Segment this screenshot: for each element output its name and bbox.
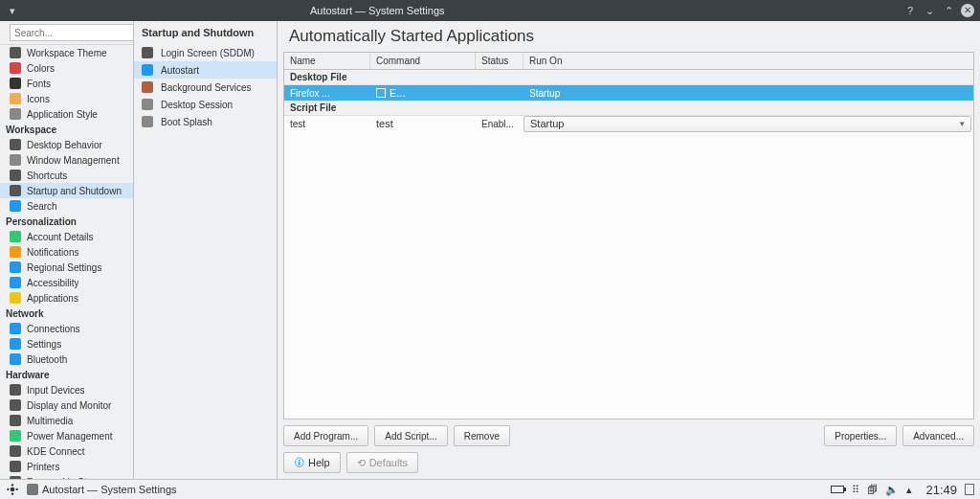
sidebar-item-label: KDE Connect — [27, 446, 85, 457]
sidebar-item[interactable]: Regional Settings — [0, 260, 133, 275]
sidebar-item[interactable]: Search — [0, 198, 133, 214]
sidebar-item-label: Desktop Behavior — [27, 140, 102, 150]
sidebar-item[interactable]: Input Devices — [0, 382, 133, 397]
clock[interactable]: 21:49 — [925, 483, 957, 497]
table-body: Desktop FileFirefox ...E...StartupScript… — [284, 70, 973, 419]
properties-button[interactable]: Properties... — [824, 425, 897, 446]
sidebar-item[interactable]: Colors — [0, 60, 133, 76]
sidebar-item[interactable]: Desktop Behavior — [0, 137, 133, 152]
sidebar-item-icon — [10, 154, 21, 166]
network-icon[interactable]: ⠿ — [852, 484, 859, 496]
cell-command: test — [370, 118, 476, 129]
subcategory-item[interactable]: Boot Splash — [134, 113, 277, 130]
sidebar-item-icon — [10, 353, 21, 365]
help-button[interactable]: 🛈 Help — [283, 452, 341, 473]
subcategory-label: Login Screen (SDDM) — [161, 48, 255, 58]
sidebar-item-label: Settings — [27, 339, 61, 350]
sidebar-item-label: Regional Settings — [27, 262, 101, 273]
window-titlebar: ▾ Autostart — System Settings ? ⌄ ⌃ ✕ — [0, 0, 980, 21]
subcategory-item[interactable]: Background Services — [134, 79, 277, 96]
col-status[interactable]: Status — [476, 53, 523, 69]
add-script-button[interactable]: Add Script... — [374, 425, 447, 446]
task-label: Autostart — System Settings — [42, 484, 177, 495]
category-group-label: Personalization — [0, 214, 133, 229]
sidebar-item[interactable]: Settings — [0, 336, 133, 352]
autostart-table: Name Command Status Run On Desktop FileF… — [283, 52, 974, 420]
sidebar-item-label: Startup and Shutdown — [27, 186, 122, 196]
tray-expand-icon[interactable]: ▴ — [906, 484, 912, 496]
table-row[interactable]: Firefox ...E...Startup — [284, 85, 973, 101]
sidebar-item[interactable]: Power Management — [0, 428, 133, 443]
sidebar-item-label: Power Management — [27, 431, 113, 442]
sidebar-item-icon — [10, 430, 21, 442]
runon-combobox[interactable]: Startup▾ — [523, 116, 971, 132]
defaults-icon: ⟲ — [357, 457, 366, 469]
enabled-checkbox[interactable] — [376, 88, 386, 98]
show-desktop-icon[interactable] — [965, 484, 974, 495]
subcategory-item[interactable]: Autostart — [134, 61, 277, 79]
sidebar-item[interactable]: Bluetooth — [0, 352, 133, 367]
sidebar-item-label: Display and Monitor — [27, 400, 111, 411]
battery-icon[interactable] — [831, 486, 844, 493]
subcategory-label: Autostart — [161, 65, 199, 76]
close-icon[interactable]: ✕ — [961, 4, 974, 17]
sidebar-item[interactable]: Printers — [0, 459, 133, 474]
sidebar-item-icon — [10, 277, 21, 288]
sidebar-item[interactable]: Startup and Shutdown — [0, 183, 133, 198]
taskbar-entry[interactable]: Autostart — System Settings — [27, 484, 177, 495]
subcategory-item[interactable]: Login Screen (SDDM) — [134, 44, 277, 61]
hamburger-icon[interactable] — [4, 26, 6, 39]
sidebar-item[interactable]: Window Management — [0, 152, 133, 168]
col-runon[interactable]: Run On — [523, 53, 973, 69]
sidebar-item[interactable]: Fonts — [0, 76, 133, 91]
help-icon[interactable]: ? — [903, 4, 917, 17]
sidebar-item[interactable]: Notifications — [0, 244, 133, 260]
minimize-icon[interactable]: ⌄ — [923, 4, 936, 17]
sidebar-item[interactable]: Applications — [0, 290, 133, 306]
sidebar-item-icon — [10, 62, 21, 74]
taskbar: Autostart — System Settings ⠿ 🗐 🔈 ▴ 21:4… — [0, 479, 980, 499]
help-bar: 🛈 Help ⟲ Defaults — [278, 452, 980, 479]
category-list[interactable]: Workspace ThemeColorsFontsIconsApplicati… — [0, 45, 133, 479]
remove-button[interactable]: Remove — [454, 425, 510, 446]
search-input[interactable] — [10, 24, 134, 41]
category-group-label: Hardware — [0, 367, 133, 382]
sidebar-item[interactable]: KDE Connect — [0, 443, 133, 459]
sidebar-item[interactable]: Shortcuts — [0, 168, 133, 183]
sidebar-item-label: Colors — [27, 63, 55, 74]
col-command[interactable]: Command — [370, 53, 476, 69]
subcategory-icon — [142, 99, 153, 110]
col-name[interactable]: Name — [284, 53, 370, 69]
sidebar-item[interactable]: Icons — [0, 91, 133, 106]
svg-point-3 — [11, 484, 13, 486]
window-title: Autostart — System Settings — [19, 5, 736, 16]
sidebar-item-label: Shortcuts — [27, 170, 67, 181]
system-tray: ⠿ 🗐 🔈 ▴ 21:49 — [831, 483, 974, 497]
cell-name: Firefox ... — [284, 88, 370, 99]
sidebar-item[interactable]: Multimedia — [0, 413, 133, 428]
maximize-icon[interactable]: ⌃ — [942, 4, 955, 17]
sidebar-item-label: Accessibility — [27, 278, 78, 288]
sidebar-item-icon — [10, 231, 21, 242]
sidebar-item[interactable]: Accessibility — [0, 275, 133, 290]
add-program-button[interactable]: Add Program... — [283, 425, 368, 446]
subcategory-item[interactable]: Desktop Session — [134, 96, 277, 113]
subcategory-title: Startup and Shutdown — [134, 25, 277, 44]
clipboard-icon[interactable]: 🗐 — [867, 484, 878, 495]
sidebar-item[interactable]: Display and Monitor — [0, 397, 133, 413]
sidebar-item-icon — [10, 78, 21, 89]
sidebar-item[interactable]: Account Details — [0, 229, 133, 244]
sidebar-item[interactable]: Workspace Theme — [0, 45, 133, 60]
sidebar-item[interactable]: Application Style — [0, 106, 133, 122]
cell-command: E... — [370, 87, 476, 99]
help-button-icon: 🛈 — [294, 457, 304, 468]
table-row[interactable]: testtestEnabl...Startup▾ — [284, 116, 973, 131]
advanced-button[interactable]: Advanced... — [902, 425, 974, 446]
svg-point-1 — [7, 488, 9, 490]
app-menu-icon[interactable]: ▾ — [6, 4, 19, 17]
sidebar-item-label: Input Devices — [27, 385, 85, 396]
defaults-label: Defaults — [369, 457, 408, 468]
sidebar-item[interactable]: Connections — [0, 321, 133, 336]
app-launcher-icon[interactable] — [6, 483, 19, 496]
volume-icon[interactable]: 🔈 — [885, 484, 899, 496]
